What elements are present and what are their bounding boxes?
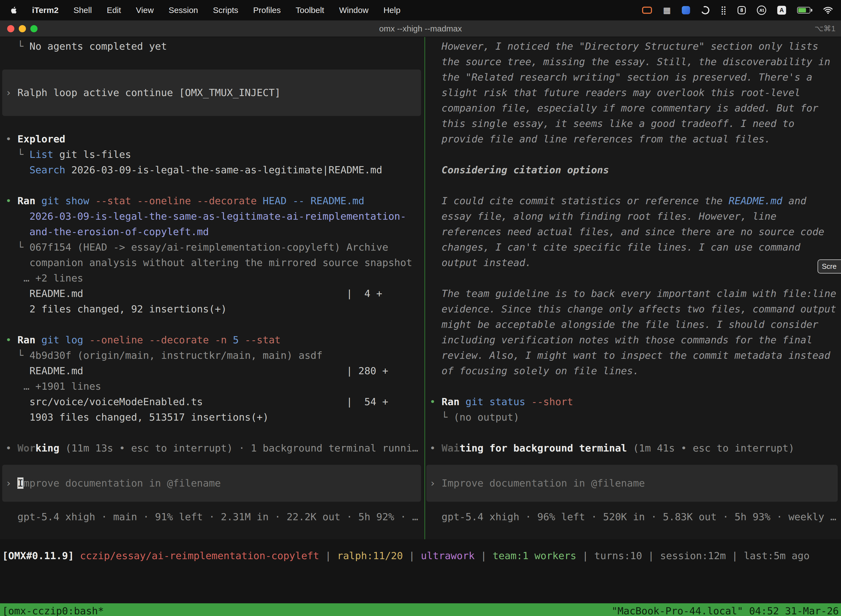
reasoning-line: including verification notes with those … [429, 332, 841, 348]
window-title: omx --xhigh --madmax [0, 24, 841, 34]
right-terminal-pane[interactable]: However, I noticed the "Directory Struct… [424, 37, 841, 539]
reasoning-line: the source tree, missing the essay. Stil… [429, 54, 841, 70]
menu-bar-left: iTerm2 Shell Edit View Session Scripts P… [0, 6, 400, 15]
reasoning-line: might be acceptable alongside the file l… [429, 317, 841, 332]
blank-line [6, 54, 424, 70]
window-shortcut-hint: ⌥⌘1 [815, 24, 841, 33]
passkey-icon[interactable]: 8 [737, 6, 746, 14]
explored-list-line: └ List git ls-files [6, 147, 424, 162]
tmux-host-time: "MacBook-Pro-44.local" 04:52 31-Mar-26 [611, 603, 839, 616]
command-arg-wrap-line: and-the-erosion-of-copyleft.md [6, 224, 424, 239]
omx-status-line: [OMX#0.11.9] cczip/essay/ai-reimplementa… [0, 548, 841, 563]
reasoning-line: I could cite commit statistics or refere… [429, 193, 841, 209]
no-output-line: └ (no output) [429, 409, 841, 425]
reasoning-line: essay file, along with finding root file… [429, 209, 841, 224]
command-arg-wrap-line: 2026-03-09-is-legal-the-same-as-legitima… [6, 209, 424, 224]
explored-search-line: Search 2026-03-09-is-legal-the-same-as-l… [6, 162, 424, 178]
reasoning-line: provide file and line references from th… [429, 131, 841, 147]
ran-git-status-line: • Ran git status --short [429, 394, 841, 409]
dots-grid-icon[interactable]: ⣿ [721, 6, 727, 14]
commit-summary-line: companion analysis without altering the … [6, 255, 424, 270]
blank-line [429, 270, 841, 286]
window-title-bar: omx --xhigh --madmax ⌥⌘1 [0, 21, 841, 37]
model-status-line: gpt-5.4 xhigh · 96% left · 520K in · 5.8… [429, 509, 841, 525]
ran-git-show-line: • Ran git show --stat --oneline --decora… [6, 193, 424, 209]
tmux-session-info: [omx-cczip0:bash* [2, 603, 104, 616]
reasoning-line: companion file, especially if more comme… [429, 100, 841, 116]
reasoning-line: the "Related research writing" section i… [429, 70, 841, 85]
traffic-lights [0, 25, 38, 32]
diffstat-line: src/voice/voiceModeEnabled.ts | 54 + [6, 394, 424, 409]
diffstat-total-line: 1903 files changed, 513517 insertions(+) [6, 409, 424, 425]
blank-line [6, 317, 424, 332]
ralph-loop-banner: › Ralph loop active continue [OMX_TMUX_I… [2, 70, 421, 116]
minimize-button[interactable] [19, 25, 26, 32]
agents-completed-line: └ No agents completed yet [6, 39, 424, 54]
blank-line [429, 378, 841, 394]
blank-line [429, 425, 841, 440]
wifi-icon[interactable] [823, 7, 833, 14]
blank-line [429, 178, 841, 193]
below-panes-area: [OMX#0.11.9] cczip/essay/ai-reimplementa… [0, 548, 841, 603]
prompt-input-left[interactable]: › Improve documentation in @filename [2, 465, 421, 502]
reasoning-line: output instead. [429, 255, 841, 270]
battery-icon[interactable] [797, 7, 812, 13]
working-status-line: • Working (11m 13s • esc to interrupt) ·… [6, 440, 424, 456]
diffstat-total-line: 2 files changed, 92 insertions(+) [6, 301, 424, 317]
reasoning-line: However, I noticed the "Directory Struct… [429, 39, 841, 54]
apple-menu-icon[interactable] [10, 6, 17, 14]
blank-line [6, 116, 424, 131]
reasoning-line: review. Also, I might want to inspect th… [429, 348, 841, 363]
blank-line [429, 147, 841, 162]
menu-scripts[interactable]: Scripts [213, 6, 238, 15]
input-source-icon[interactable]: A [777, 6, 786, 15]
reasoning-line: evidence. Since this change only affects… [429, 301, 841, 317]
reasoning-line: this single essay, it seems like a good … [429, 116, 841, 131]
grid-icon[interactable]: ▦ [663, 6, 671, 14]
diffstat-line: README.md | 280 + [6, 363, 424, 378]
reasoning-line: of focusing solely on file lines. [429, 363, 841, 378]
commit-summary-line: └ 067f154 (HEAD -> essay/ai-reimplementa… [6, 239, 424, 255]
waiting-status-line: • Waiting for background terminal (1m 41… [429, 440, 841, 456]
elided-lines-indicator: … +1901 lines [6, 378, 424, 394]
menu-shell[interactable]: Shell [73, 6, 92, 15]
swirl-app-icon[interactable] [700, 5, 711, 15]
commit-summary-line: └ 4b9d30f (origin/main, instructkr/main,… [6, 348, 424, 363]
menu-toolbelt[interactable]: Toolbelt [296, 6, 324, 15]
menu-session[interactable]: Session [168, 6, 198, 15]
diffstat-line: README.md | 4 + [6, 286, 424, 301]
menu-window[interactable]: Window [339, 6, 369, 15]
reasoning-line: The team guideline is to back every impo… [429, 286, 841, 301]
zoom-button[interactable] [30, 25, 38, 32]
blank-line [6, 425, 424, 440]
left-terminal-pane[interactable]: └ No agents completed yet› Ralph loop ac… [0, 37, 424, 539]
menu-profiles[interactable]: Profiles [253, 6, 281, 15]
elided-lines-indicator: … +2 lines [6, 270, 424, 286]
terminal-area: └ No agents completed yet› Ralph loop ac… [0, 37, 841, 539]
gauge-icon[interactable]: .61 [757, 6, 766, 15]
menu-help[interactable]: Help [384, 6, 401, 15]
close-button[interactable] [7, 25, 14, 32]
reasoning-heading: Considering citation options [429, 162, 841, 178]
menu-app-name[interactable]: iTerm2 [32, 6, 59, 15]
screen-recording-indicator-icon[interactable] [642, 7, 652, 14]
screen-edge-tab[interactable]: Scre [818, 260, 841, 273]
blue-app-icon[interactable] [682, 6, 690, 14]
explored-header-line: • Explored [6, 131, 424, 147]
menu-edit[interactable]: Edit [107, 6, 121, 15]
reasoning-line: slight risk that future readers may over… [429, 85, 841, 100]
reasoning-line: changes, I can't cite specific file line… [429, 239, 841, 255]
tmux-status-bar: [omx-cczip0:bash* "MacBook-Pro-44.local"… [0, 603, 841, 616]
menu-view[interactable]: View [136, 6, 154, 15]
prompt-input-right[interactable]: › Improve documentation in @filename [426, 465, 838, 502]
blank-line [6, 178, 424, 193]
macos-menu-bar: iTerm2 Shell Edit View Session Scripts P… [0, 0, 841, 21]
menu-bar-status-icons: ▦ ⣿ 8 .61 A [642, 6, 841, 15]
model-status-line: gpt-5.4 xhigh · main · 91% left · 2.31M … [6, 509, 424, 525]
reasoning-line: references need actual files, and since … [429, 224, 841, 239]
ran-git-log-line: • Ran git log --oneline --decorate -n 5 … [6, 332, 424, 348]
